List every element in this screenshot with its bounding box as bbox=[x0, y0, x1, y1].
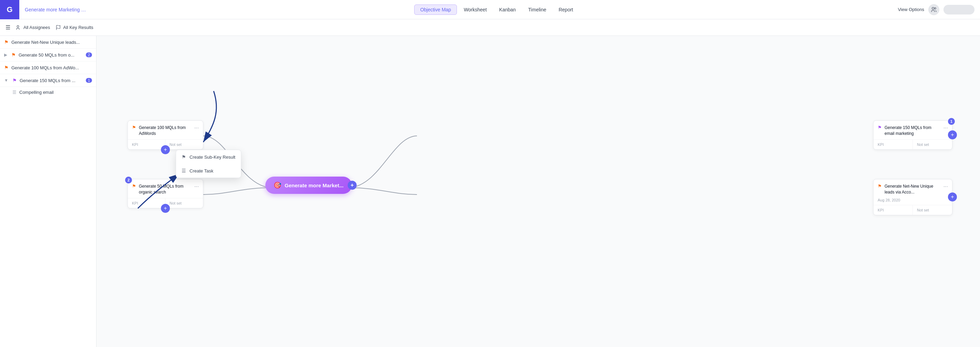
assignees-icon[interactable] bbox=[928, 4, 939, 15]
svg-point-0 bbox=[932, 7, 934, 9]
kr-card-2-title: Generate 50 MQLs from organic search bbox=[139, 184, 192, 195]
right-kr-card-2-header: ⚑ Generate Net-New Unique leads via Acco… bbox=[873, 179, 952, 198]
chevron-icon-2: ▶ bbox=[4, 53, 7, 57]
sidebar-item-4-label: Generate 150 MQLs from ... bbox=[20, 78, 75, 83]
flag-menu-icon: ⚑ bbox=[181, 154, 186, 160]
toolbar: ☰ All Assignees All Key Results bbox=[0, 19, 980, 36]
right-kr-card-1-kpi-label: KPI bbox=[873, 140, 913, 149]
kr-card-1-not-set: Not set bbox=[165, 140, 203, 149]
sidebar-item-4[interactable]: ▼ ⚑ Generate 150 MQLs from ... 1 bbox=[0, 74, 96, 87]
context-menu: ⚑ Create Sub-Key Result ☰ Create Task bbox=[176, 150, 241, 178]
assignees-toolbar-icon bbox=[16, 25, 21, 30]
create-sub-key-result-label: Create Sub-Key Result bbox=[189, 155, 235, 160]
kr-card-1-flag: ⚑ bbox=[132, 125, 136, 130]
kr-card-1-menu[interactable]: ··· bbox=[194, 125, 199, 131]
tab-report[interactable]: Report bbox=[553, 5, 579, 14]
right-kr-card-2-add-button[interactable]: + bbox=[948, 192, 957, 201]
kr-card-2-menu[interactable]: ··· bbox=[194, 184, 199, 190]
all-key-results-button[interactable]: All Key Results bbox=[56, 25, 93, 30]
tab-objective-map[interactable]: Objective Map bbox=[414, 5, 457, 15]
objective-icon: 🎯 bbox=[274, 181, 281, 189]
svg-point-2 bbox=[17, 26, 19, 27]
app-title[interactable]: Generate more Marketing Qua... bbox=[19, 7, 95, 13]
objective-add-button[interactable]: + bbox=[348, 181, 356, 190]
right-kr-card-1-menu[interactable]: ··· bbox=[943, 125, 948, 131]
header: G Generate more Marketing Qua... Objecti… bbox=[0, 0, 980, 19]
create-task-label: Create Task bbox=[189, 168, 213, 174]
right-kr-card-2-kpi-label: KPI bbox=[873, 205, 913, 215]
sidebar-item-3[interactable]: ⚑ Generate 100 MQLs from AdWo... bbox=[0, 61, 96, 74]
list-icon: ☰ bbox=[13, 90, 16, 95]
svg-point-1 bbox=[934, 8, 936, 9]
annotation-arrow-1 bbox=[97, 36, 980, 347]
right-kr-card-1-kpi-row: KPI Not set bbox=[873, 139, 952, 149]
right-kr-card-1-title: Generate 150 MQLs from email marketing bbox=[885, 125, 941, 137]
all-assignees-button[interactable]: All Assignees bbox=[16, 25, 50, 30]
right-kr-card-2-title: Generate Net-New Unique leads via Acco..… bbox=[885, 184, 941, 195]
view-options-button[interactable]: View Options bbox=[898, 7, 924, 12]
tab-timeline[interactable]: Timeline bbox=[523, 5, 552, 14]
header-right: View Options bbox=[898, 4, 980, 15]
all-assignees-label: All Assignees bbox=[24, 25, 50, 30]
kr-card-2-header: ⚑ Generate 50 MQLs from organic search ·… bbox=[128, 179, 203, 198]
hamburger-icon: ☰ bbox=[5, 24, 10, 31]
logo-area[interactable]: G bbox=[0, 0, 19, 19]
sidebar-item-1-label: Generate Net-New Unique leads... bbox=[11, 40, 80, 45]
right-kr-card-1-add-button[interactable]: + bbox=[948, 130, 957, 139]
annotation-arrow-2 bbox=[97, 36, 980, 347]
right-kr-card-2-kpi-row: KPI Not set bbox=[873, 205, 952, 215]
sidebar-item-1[interactable]: ⚑ Generate Net-New Unique leads... bbox=[0, 36, 96, 49]
canvas: ⚑ Generate 100 MQLs from AdWords ··· KPI… bbox=[97, 36, 980, 347]
flag-icon-1: ⚑ bbox=[4, 39, 9, 45]
hamburger-menu[interactable]: ☰ bbox=[5, 24, 10, 31]
sidebar: ⚑ Generate Net-New Unique leads... ▶ ⚑ G… bbox=[0, 36, 97, 347]
objective-label: Generate more Market... bbox=[285, 182, 344, 188]
badge-2: 2 bbox=[86, 53, 92, 57]
sidebar-sub-item-1[interactable]: ☰ Compelling email bbox=[0, 87, 96, 98]
flag-toolbar-icon bbox=[56, 25, 61, 30]
flag-icon-2: ⚑ bbox=[11, 52, 16, 58]
nav-tabs: Objective Map Worksheet Kanban Timeline … bbox=[95, 5, 898, 15]
kr-card-2-badge: 2 bbox=[125, 177, 132, 184]
list-menu-icon: ☰ bbox=[181, 168, 186, 174]
kr-card-1-title: Generate 100 MQLs from AdWords bbox=[139, 125, 192, 137]
right-kr-card-1-header: ⚑ Generate 150 MQLs from email marketing… bbox=[873, 121, 952, 139]
connector-lines bbox=[97, 36, 980, 347]
create-sub-key-result-item[interactable]: ⚑ Create Sub-Key Result bbox=[176, 150, 241, 164]
kr-card-2: 2 ⚑ Generate 50 MQLs from organic search… bbox=[127, 179, 203, 208]
kr-card-1-header: ⚑ Generate 100 MQLs from AdWords ··· bbox=[128, 121, 203, 139]
kr-card-2-not-set: Not set bbox=[165, 198, 203, 208]
right-kr-card-2-not-set: Not set bbox=[913, 205, 952, 215]
flag-icon-3: ⚑ bbox=[4, 65, 9, 70]
main-layout: ⚑ Generate Net-New Unique leads... ▶ ⚑ G… bbox=[0, 36, 980, 347]
create-task-item[interactable]: ☰ Create Task bbox=[176, 164, 241, 177]
chevron-icon-4: ▼ bbox=[4, 78, 8, 83]
right-kr-card-2-flag: ⚑ bbox=[878, 184, 882, 189]
user-avatar-group bbox=[943, 5, 975, 14]
kr-card-1-add-button[interactable]: + bbox=[161, 145, 170, 154]
sidebar-item-2[interactable]: ▶ ⚑ Generate 50 MQLs from o... 2 bbox=[0, 49, 96, 61]
badge-4: 1 bbox=[86, 78, 92, 83]
kr-card-2-kpi-label: KPI bbox=[128, 198, 165, 208]
objective-node[interactable]: 🎯 Generate more Market... + bbox=[265, 177, 352, 194]
kr-card-1-kpi-label: KPI bbox=[128, 140, 165, 149]
right-kr-card-1-badge: 1 bbox=[948, 118, 955, 125]
right-kr-card-1-flag: ⚑ bbox=[878, 125, 882, 130]
tab-worksheet[interactable]: Worksheet bbox=[458, 5, 492, 14]
right-kr-card-1-not-set: Not set bbox=[913, 140, 952, 149]
kr-card-1: ⚑ Generate 100 MQLs from AdWords ··· KPI… bbox=[127, 120, 203, 150]
all-key-results-label: All Key Results bbox=[63, 25, 93, 30]
flag-icon-4: ⚑ bbox=[13, 78, 17, 83]
kr-card-2-add-button[interactable]: + bbox=[161, 204, 170, 213]
logo-icon: G bbox=[6, 5, 13, 14]
right-kr-card-2-menu[interactable]: ··· bbox=[943, 184, 948, 190]
tab-kanban[interactable]: Kanban bbox=[494, 5, 521, 14]
kr-card-2-flag: ⚑ bbox=[132, 184, 136, 189]
right-kr-card-2-date: Aug 28, 2020 bbox=[873, 198, 952, 205]
sidebar-item-2-label: Generate 50 MQLs from o... bbox=[19, 53, 75, 58]
sidebar-sub-item-1-label: Compelling email bbox=[19, 90, 54, 95]
sidebar-item-3-label: Generate 100 MQLs from AdWo... bbox=[11, 65, 79, 70]
right-kr-card-2: ⚑ Generate Net-New Unique leads via Acco… bbox=[873, 179, 953, 215]
right-kr-card-1: 1 ⚑ Generate 150 MQLs from email marketi… bbox=[873, 120, 953, 150]
